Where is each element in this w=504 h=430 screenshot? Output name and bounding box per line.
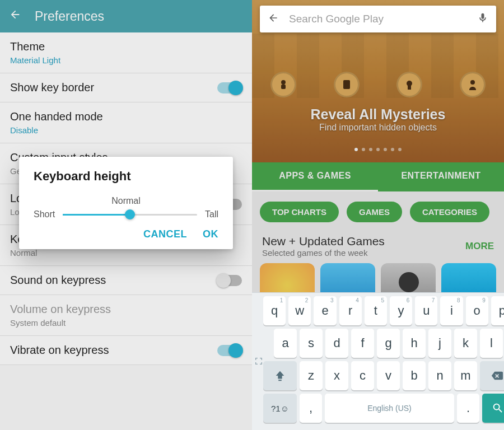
chip-categories[interactable]: CATEGORIES xyxy=(410,202,489,222)
key-j[interactable]: j xyxy=(428,329,451,358)
key-w[interactable]: w2 xyxy=(288,296,311,325)
hero-title: Reveal All Mysteries xyxy=(252,106,504,123)
setting-title: Sound on keypress xyxy=(10,274,242,287)
setting-title: Volume on keypress xyxy=(10,303,242,316)
key-e[interactable]: e3 xyxy=(314,296,336,325)
svg-point-0 xyxy=(281,80,286,85)
tab-apps-games[interactable]: APPS & GAMES xyxy=(252,171,378,191)
setting-subtitle: Material Light xyxy=(10,55,242,65)
slider-min-label: Short xyxy=(34,209,55,219)
appbar: Preferences xyxy=(0,0,252,32)
setting-one-handed-mode[interactable]: One handed modeDisable xyxy=(0,102,252,143)
back-arrow-icon[interactable] xyxy=(9,8,21,24)
key-a[interactable]: a xyxy=(274,329,297,358)
shift-key[interactable] xyxy=(263,361,297,390)
key-s[interactable]: s xyxy=(300,329,323,358)
setting-vibrate-on-keypress[interactable]: Vibrate on keypress xyxy=(0,336,252,365)
svg-rect-2 xyxy=(343,80,350,89)
ok-button[interactable]: OK xyxy=(203,228,218,240)
toggle-switch[interactable] xyxy=(217,82,242,94)
key-t[interactable]: t5 xyxy=(365,296,387,325)
mic-icon[interactable] xyxy=(477,12,488,26)
section-subtitle: Selected games of the week xyxy=(262,248,459,258)
key-m[interactable]: m xyxy=(454,361,477,390)
key-x[interactable]: x xyxy=(325,361,348,390)
height-slider[interactable] xyxy=(63,214,197,216)
soft-keyboard: q1w2e3r4t5y6u7i8o9p0 asdfghjkl zxcvbnm ?… xyxy=(252,292,504,430)
slider-max-label: Tall xyxy=(205,209,218,219)
search-input[interactable] xyxy=(289,13,467,25)
setting-title: Vibrate on keypress xyxy=(10,344,242,357)
key-b[interactable]: b xyxy=(403,361,426,390)
keyboard-height-dialog: Keyboard height Normal Short Tall CANCEL… xyxy=(19,157,233,249)
key-g[interactable]: g xyxy=(377,329,400,358)
key-h[interactable]: h xyxy=(403,329,426,358)
comma-key[interactable]: , xyxy=(300,394,322,423)
symbols-key[interactable]: ?1☺ xyxy=(263,394,297,423)
key-y[interactable]: y6 xyxy=(390,296,412,325)
svg-point-3 xyxy=(407,81,412,86)
setting-volume-on-keypress[interactable]: Volume on keypressSystem default xyxy=(0,295,252,336)
key-v[interactable]: v xyxy=(377,361,400,390)
slider-value-label: Normal xyxy=(34,196,218,206)
key-r[interactable]: r4 xyxy=(339,296,362,325)
tab-entertainment[interactable]: ENTERTAINMENT xyxy=(378,171,504,191)
key-z[interactable]: z xyxy=(300,361,323,390)
cancel-button[interactable]: CANCEL xyxy=(143,228,187,240)
key-q[interactable]: q1 xyxy=(263,296,286,325)
key-o[interactable]: o9 xyxy=(466,296,488,325)
setting-title: One handed mode xyxy=(10,110,242,123)
key-l[interactable]: l xyxy=(480,329,503,358)
setting-sound-on-keypress[interactable]: Sound on keypress xyxy=(0,266,252,295)
setting-subtitle: Normal xyxy=(10,248,242,258)
chip-games[interactable]: GAMES xyxy=(347,202,402,222)
dialog-title: Keyboard height xyxy=(34,169,218,184)
chip-row: TOP CHARTS GAMES CATEGORIES xyxy=(252,191,504,232)
expand-icon[interactable] xyxy=(254,296,263,426)
setting-show-key-border[interactable]: Show key border xyxy=(0,73,252,102)
svg-rect-4 xyxy=(408,86,411,90)
play-store-pane: Reveal All Mysteries Find important hidd… xyxy=(252,0,504,430)
setting-title: Theme xyxy=(10,40,242,53)
svg-point-5 xyxy=(470,80,475,85)
key-n[interactable]: n xyxy=(428,361,451,390)
toggle-switch[interactable] xyxy=(217,275,242,286)
svg-rect-1 xyxy=(281,85,286,89)
backspace-key[interactable] xyxy=(480,361,504,390)
key-k[interactable]: k xyxy=(454,329,477,358)
preferences-pane: Preferences ThemeMaterial LightShow key … xyxy=(0,0,252,430)
search-key[interactable] xyxy=(482,394,504,423)
toggle-switch[interactable] xyxy=(217,345,242,356)
key-u[interactable]: u7 xyxy=(415,296,437,325)
key-c[interactable]: c xyxy=(351,361,374,390)
carousel-dots xyxy=(252,148,504,151)
setting-title: Show key border xyxy=(10,81,242,94)
store-tabs: APPS & GAMES ENTERTAINMENT xyxy=(252,162,504,191)
period-key[interactable]: . xyxy=(457,394,479,423)
key-d[interactable]: d xyxy=(325,329,348,358)
section-title: New + Updated Games xyxy=(262,235,459,248)
key-p[interactable]: p0 xyxy=(491,296,504,325)
more-button[interactable]: MORE xyxy=(465,241,494,252)
spacebar-key[interactable]: English (US) xyxy=(325,394,454,423)
back-arrow-icon[interactable] xyxy=(268,12,279,26)
setting-theme[interactable]: ThemeMaterial Light xyxy=(0,32,252,73)
search-bar[interactable] xyxy=(260,6,496,32)
key-i[interactable]: i8 xyxy=(440,296,463,325)
key-f[interactable]: f xyxy=(351,329,374,358)
hero-subtitle: Find important hidden objects xyxy=(252,123,504,133)
setting-subtitle: System default xyxy=(10,318,242,328)
appbar-title: Preferences xyxy=(35,9,104,24)
setting-subtitle: Disable xyxy=(10,125,242,135)
chip-top-charts[interactable]: TOP CHARTS xyxy=(260,202,339,222)
